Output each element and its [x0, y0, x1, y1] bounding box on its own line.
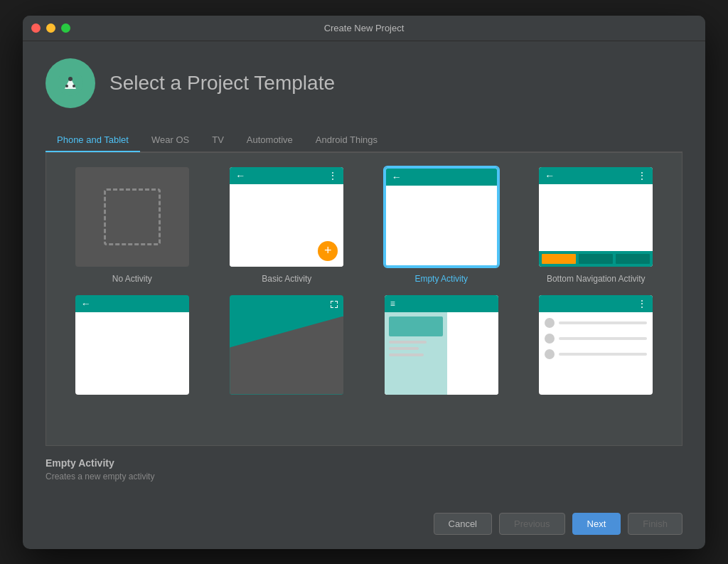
template-basic-activity[interactable]: ← ⋮ + Basic Activity	[215, 167, 359, 284]
minimize-button[interactable]	[46, 23, 55, 33]
nav-tab-3	[616, 254, 650, 264]
nav-tab-1	[542, 254, 576, 264]
content-area: Select a Project Template Phone and Tabl…	[23, 41, 705, 504]
previous-button[interactable]: Previous	[499, 513, 565, 535]
recycler-preview-box: ⋮	[539, 295, 653, 395]
window-title: Create New Project	[324, 23, 405, 33]
android-logo	[46, 58, 95, 108]
tab-wear-os[interactable]: Wear OS	[140, 129, 200, 152]
tab-automotive[interactable]: Automotive	[235, 129, 304, 152]
window-controls	[31, 23, 70, 33]
back-icon: ←	[235, 170, 245, 181]
basic-activity-label: Basic Activity	[262, 274, 311, 284]
footer-buttons: Cancel Previous Next Finish	[23, 504, 705, 549]
nav-tab-2	[579, 254, 613, 264]
empty-activity-label: Empty Activity	[414, 274, 468, 284]
template-empty-activity[interactable]: ← Empty Activity	[370, 167, 513, 284]
template-nav-drawer[interactable]: ≡	[370, 295, 513, 395]
back-icon-2: ←	[392, 171, 402, 183]
basic-activity-preview: ← ⋮ +	[230, 167, 343, 267]
empty-activity-preview: ←	[385, 167, 498, 267]
template-no-activity[interactable]: No Activity	[60, 167, 204, 284]
more-icon: ⋮	[328, 170, 338, 181]
template-bottom-nav[interactable]: ← ⋮ Bottom Navigation Activity	[525, 167, 668, 284]
template-grid: No Activity ← ⋮ + Basic Activity	[46, 152, 682, 446]
maximize-button[interactable]	[61, 23, 70, 33]
svg-point-3	[73, 85, 75, 87]
scrolling-preview: ←	[75, 295, 189, 395]
back-icon-3: ←	[545, 170, 555, 181]
finish-button[interactable]: Finish	[628, 513, 682, 535]
selected-template-info: Empty Activity Creates a new empty activ…	[46, 446, 682, 487]
no-activity-icon	[104, 188, 161, 245]
no-activity-label: No Activity	[112, 274, 152, 284]
template-scrolling-activity[interactable]: ←	[60, 295, 204, 395]
titlebar: Create New Project	[23, 16, 705, 41]
template-fullscreen-activity[interactable]	[215, 295, 359, 395]
next-button[interactable]: Next	[572, 513, 621, 535]
fullscreen-corner-icon	[329, 299, 339, 312]
tab-phone-tablet[interactable]: Phone and Tablet	[46, 129, 140, 152]
fullscreen-preview	[230, 295, 343, 395]
bottom-nav-label: Bottom Navigation Activity	[547, 274, 646, 284]
more-icon-2: ⋮	[637, 170, 647, 181]
selected-template-description: Creates a new empty activity	[46, 472, 682, 481]
close-button[interactable]	[31, 23, 41, 33]
selected-template-title: Empty Activity	[46, 457, 682, 469]
nav-drawer-preview-box: ≡	[385, 295, 498, 395]
cancel-button[interactable]: Cancel	[434, 513, 492, 535]
main-window: Create New Project Select a Project Temp…	[23, 16, 705, 549]
tab-tv[interactable]: TV	[200, 129, 235, 152]
svg-point-2	[65, 85, 68, 87]
bottom-nav-preview: ← ⋮	[539, 167, 653, 267]
tab-android-things[interactable]: Android Things	[304, 129, 389, 152]
page-title: Select a Project Template	[109, 72, 335, 95]
no-activity-preview	[75, 167, 189, 267]
category-tabs: Phone and Tablet Wear OS TV Automotive A…	[46, 128, 682, 152]
fab-icon: +	[318, 241, 338, 261]
svg-point-1	[68, 77, 73, 81]
diagonal-bg	[230, 316, 343, 395]
page-header: Select a Project Template	[46, 58, 682, 108]
template-recycler-view[interactable]: ⋮	[525, 295, 668, 395]
